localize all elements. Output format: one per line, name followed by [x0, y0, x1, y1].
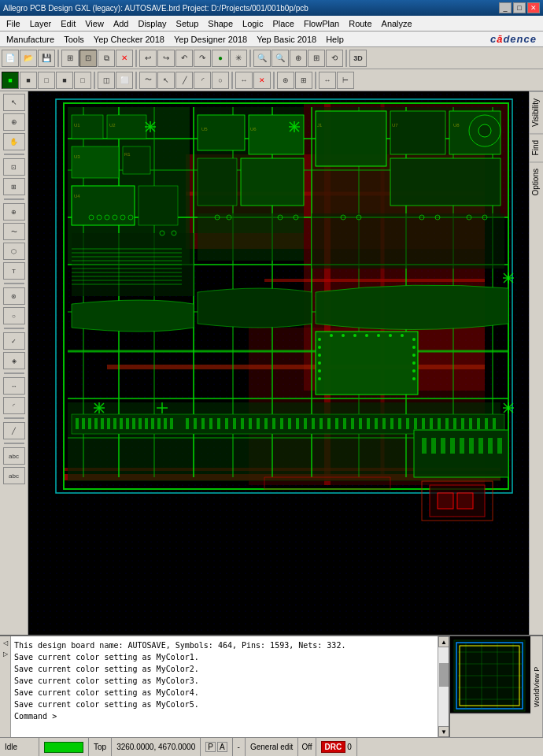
tb2-dimension-button[interactable]: ↔ [235, 72, 253, 89]
svg-rect-77 [94, 418, 98, 429]
menu-layer[interactable]: Layer [25, 17, 57, 30]
lt-abc2-button[interactable]: abc [3, 467, 25, 484]
tb-zoom-out-button[interactable]: 🔍 [253, 50, 271, 67]
tb-3d-button[interactable]: 3D [349, 50, 367, 67]
lt-highlight-button[interactable]: ◈ [3, 352, 25, 369]
scroll-track[interactable] [438, 647, 449, 726]
tb2-circle-button[interactable]: ○ [212, 72, 229, 89]
lt-select-button[interactable]: ↖ [3, 94, 25, 111]
tb2-layer2-button[interactable]: ■ [20, 72, 37, 89]
tb-redo-button[interactable]: ↪ [157, 50, 175, 67]
menu-tools[interactable]: Tools [59, 33, 89, 46]
console-collapse-button[interactable]: ◁ [0, 638, 10, 649]
lt-grid-button[interactable]: ⊞ [3, 178, 25, 195]
tb2-layer4-button[interactable]: ■ [56, 72, 73, 89]
menu-yep-checker[interactable]: Yep Checker 2018 [89, 33, 169, 46]
lt-pan-button[interactable]: ✋ [3, 133, 25, 150]
maximize-button[interactable]: □ [513, 2, 526, 13]
tb-zoom-in-button[interactable]: 🔍 [272, 50, 289, 67]
tb-ratsnest-button[interactable]: ✳ [230, 50, 247, 67]
lt-net-button[interactable]: ⊛ [3, 287, 25, 305]
canvas-area[interactable]: U1 U2 U3 R1 U4 U5 U6 J1 U7 U8 [28, 91, 529, 635]
svg-rect-156 [488, 438, 493, 454]
tb2-drc-button[interactable]: ⊛ [277, 72, 294, 89]
svg-rect-44 [198, 158, 237, 206]
tb-copy-button[interactable]: ⧉ [98, 50, 115, 67]
tb-undo-button[interactable]: ↩ [139, 50, 157, 67]
menu-logic[interactable]: Logic [238, 17, 268, 30]
menu-help[interactable]: Help [321, 33, 349, 46]
tb-net-button[interactable]: ● [212, 50, 229, 67]
scroll-down-button[interactable]: ▼ [438, 726, 449, 737]
lt-arc-button[interactable]: ◜ [3, 397, 25, 414]
menu-manufacture[interactable]: Manufacture [2, 33, 59, 46]
lt-measure-button[interactable]: ⊡ [3, 158, 25, 176]
visibility-tab[interactable]: Visibility [530, 91, 544, 133]
lt-line-button[interactable]: ╱ [3, 422, 25, 439]
lt-place-button[interactable]: ⊕ [3, 203, 25, 220]
tb2-layer1-button[interactable]: ■ [2, 72, 19, 89]
minimize-button[interactable]: _ [499, 2, 512, 13]
tb2-route-button[interactable]: 〜 [139, 72, 157, 89]
menu-place[interactable]: Place [268, 17, 299, 30]
svg-rect-155 [478, 438, 483, 454]
tb-zoom-fit-button[interactable]: ⊕ [290, 50, 307, 67]
options-tab[interactable]: Options [530, 161, 544, 202]
menu-yep-basic[interactable]: Yep Basic 2018 [252, 33, 321, 46]
svg-rect-91 [194, 418, 197, 429]
svg-point-59 [318, 377, 321, 380]
find-tab[interactable]: Find [530, 133, 544, 161]
svg-rect-153 [460, 438, 464, 454]
new-button[interactable]: 📄 [2, 50, 19, 67]
save-button[interactable]: 💾 [38, 50, 55, 67]
console-expand-button[interactable]: ▷ [0, 649, 10, 660]
tb2-ruler-button[interactable]: ↔ [319, 72, 336, 89]
tb2-line-button[interactable]: ╱ [175, 72, 193, 89]
menu-display[interactable]: Display [133, 17, 171, 30]
lt-route-button[interactable]: 〜 [3, 223, 25, 240]
lt-via-button[interactable]: ○ [3, 307, 25, 324]
tb-undo2-button[interactable]: ↶ [175, 50, 193, 67]
menu-view[interactable]: View [80, 17, 109, 30]
tb-grid-button[interactable]: ⊞ [61, 50, 79, 67]
svg-rect-123 [445, 418, 449, 429]
tb2-connect-button[interactable]: ⊞ [295, 72, 312, 89]
menu-shape[interactable]: Shape [203, 17, 238, 30]
tb2-arc-button[interactable]: ◜ [194, 72, 211, 89]
tb-zoom-prev-button[interactable]: ⟲ [326, 50, 343, 67]
lt-zoom-button[interactable]: ⊕ [3, 113, 25, 131]
console-scrollbar[interactable]: ▲ ▼ [438, 636, 449, 737]
close-button[interactable]: ✕ [527, 2, 540, 13]
tb-zoom-area-button[interactable]: ⊞ [308, 50, 325, 67]
tb-snap-button[interactable]: ⊡ [79, 50, 97, 67]
menu-setup[interactable]: Setup [172, 17, 204, 30]
svg-rect-78 [101, 418, 104, 429]
svg-point-63 [412, 361, 416, 365]
lt-dim-button[interactable]: ↔ [3, 377, 25, 395]
menu-flowplan[interactable]: FlowPlan [299, 17, 344, 30]
svg-rect-121 [430, 418, 433, 429]
tb2-ruler2-button[interactable]: ⊢ [337, 72, 354, 89]
svg-rect-101 [272, 418, 275, 429]
open-button[interactable]: 📂 [20, 50, 37, 67]
lt-abc-button[interactable]: abc [3, 447, 25, 465]
tb2-text-button[interactable]: ✕ [253, 72, 271, 89]
menu-analyze[interactable]: Analyze [377, 17, 417, 30]
menu-edit[interactable]: Edit [56, 17, 80, 30]
menu-add[interactable]: Add [109, 17, 134, 30]
tb2-layer5-button[interactable]: □ [74, 72, 91, 89]
tb2-view-button[interactable]: ◫ [98, 72, 115, 89]
lt-shape-button[interactable]: ⬡ [3, 243, 25, 260]
menu-yep-designer[interactable]: Yep Designer 2018 [169, 33, 252, 46]
tb-redo2-button[interactable]: ↷ [194, 50, 211, 67]
lt-check-button[interactable]: ✓ [3, 332, 25, 350]
tb2-select-button[interactable]: ↖ [157, 72, 175, 89]
status-indicator [39, 738, 89, 756]
lt-text-button[interactable]: T [3, 262, 25, 280]
tb2-mode-button[interactable]: ⬜ [116, 72, 133, 89]
menu-file[interactable]: File [2, 17, 25, 30]
tb-delete-button[interactable]: ✕ [116, 50, 133, 67]
menu-route[interactable]: Route [344, 17, 376, 30]
tb2-layer3-button[interactable]: □ [38, 72, 55, 89]
scroll-up-button[interactable]: ▲ [438, 636, 449, 647]
